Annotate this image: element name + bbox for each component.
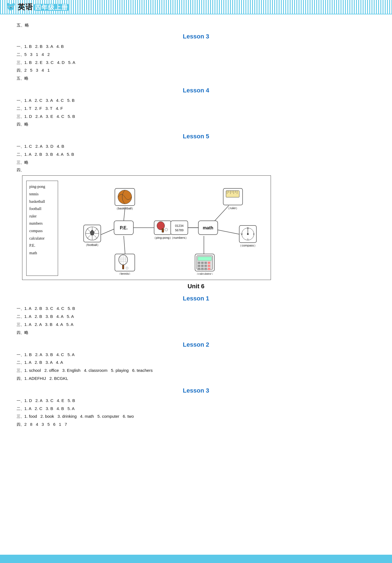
answer-line: 一、 1. C 2. A 3. D 4. B [17,143,375,150]
calculator-caption: （calculator） [195,272,214,275]
answer-line: 三、 1. school 2. office 3. English 4. cla… [17,367,375,374]
svg-rect-78 [201,268,204,270]
answer-line: 四、 略 [17,329,375,336]
svg-rect-72 [208,262,210,264]
svg-rect-79 [205,268,207,270]
tennis-caption: （tennis） [118,272,132,275]
lesson-title-5: Lesson 5 [17,133,375,140]
word-item: tennis [29,191,55,198]
svg-point-1 [7,3,9,6]
svg-point-8 [10,7,11,8]
svg-rect-74 [201,265,204,267]
answer-line: 一、 1. A 2. B 3. C 4. C 5. B [17,305,375,312]
svg-line-12 [124,236,125,254]
word-item: P.E. [29,242,55,250]
ruler-caption: （ruler） [227,206,239,210]
answer-line: 二、 1. A 2. B 3. A 4. A [17,359,375,366]
football-caption: （football） [84,243,100,247]
diagram-container: ping-pong tennis basketball football rul… [22,175,271,280]
answer-line: 一、 1. B 2. B 3. A 4. B [17,43,375,50]
answer-line: 三、 略 [17,159,375,166]
pingpong-caption: （ping-pong） [153,236,173,239]
answer-line: 二、 5 3 1 4 2 [17,51,375,58]
answer-line: 五、 略 [17,75,375,82]
answer-line: 一、 1. A 2. C 3. A 4. C 5. B [17,97,375,104]
answer-line: 四、 2 8 4 3 5 6 1 7 [17,421,375,428]
svg-rect-56 [115,254,135,271]
main-content: 五、略 Lesson 3 一、 1. B 2. B 3. A 4. B 二、 5… [0,14,392,440]
svg-line-11 [101,229,114,235]
footer-bar [0,555,392,563]
word-item: calculator [29,235,55,242]
svg-rect-68 [198,257,212,261]
svg-rect-76 [208,265,210,267]
answer-line: 二、 1. A 2. B 3. B 4. A 5. A [17,313,375,320]
answer-line: 三、 1. B 2. E 3. C 4. D 5. A [17,59,375,66]
bear-icon [6,2,16,12]
svg-text:W: W [241,233,243,235]
answer-line: 一、 1. D 2. A 3. C 4. E 5. B [17,397,375,404]
svg-point-7 [10,7,12,9]
basketball-caption: （basketball） [115,207,135,210]
word-item: ruler [29,213,55,220]
word-item: numbers [29,220,55,227]
svg-point-6 [12,6,13,7]
lesson-title-u6-1: Lesson 1 [17,295,375,302]
svg-rect-77 [198,268,200,270]
answer-line: 四、 2 5 3 4 1 [17,67,375,74]
word-item: ping-pong [29,183,55,191]
answer-line: 三、 1. food 2. book 3. drinking 4. math 5… [17,413,375,420]
section-note-1: 五、略 [17,23,375,28]
lesson-title-3: Lesson 3 [17,33,375,40]
word-item: basketball [29,198,55,206]
answer-line: 二、 1. A 2. C 3. B 4. B 5. A [17,405,375,412]
svg-point-37 [165,228,168,231]
svg-point-2 [12,3,15,6]
lesson-title-u6-2: Lesson 2 [17,341,375,348]
numbers-display-2: 56789 [175,229,184,232]
compass-caption: （compass） [239,244,257,247]
svg-text:N: N [247,227,249,229]
math-label: math [203,225,213,230]
answer-line: 四、 略 [17,121,375,128]
header-title: 英语四年级上册 [18,2,70,12]
answer-line-four: 四、 [17,167,375,173]
svg-point-9 [11,7,12,8]
answer-line: 二、 1. T 2. F 3. T 4. F [17,105,375,112]
svg-rect-73 [198,265,200,267]
word-list: ping-pong tennis basketball football rul… [26,181,58,276]
diagram-svg: P.E. math （basketball） [58,181,267,275]
svg-rect-80 [208,268,210,270]
svg-text:E: E [253,233,255,235]
answer-line: 三、 1. D 2. A 3. E 4. C 5. B [17,113,375,120]
numbers-display-1: 01234 [175,224,184,227]
answer-line: 四、 1. ADEFHIJ 2. BCGKL [17,375,375,382]
word-item: football [29,205,55,213]
svg-rect-40 [226,191,239,197]
svg-rect-38 [171,221,188,235]
svg-rect-69 [198,262,200,264]
svg-point-65 [126,267,128,269]
svg-rect-75 [205,265,207,267]
word-item: compass [29,227,55,235]
answer-line: 三、 1. A 2. A 3. B 4. A 5. A [17,321,375,328]
answer-line: 一、 1. B 2. A 3. B 4. C 5. A [17,351,375,358]
svg-point-5 [9,6,10,7]
word-item: math [29,250,55,257]
diagram-area: P.E. math （basketball） [58,181,267,276]
svg-rect-71 [205,262,207,264]
svg-rect-36 [162,229,164,232]
unit-title-6: Unit 6 [17,283,375,290]
svg-text:S: S [247,238,249,241]
pe-label: P.E. [120,225,127,230]
page-header: 英语四年级上册 [0,0,392,14]
svg-rect-70 [201,262,204,264]
lesson-title-u6-3: Lesson 3 [17,387,375,394]
svg-rect-64 [122,265,124,269]
lesson-title-4: Lesson 4 [17,87,375,94]
answer-line: 二、 1. A 2. B 3. B 4. A 5. B [17,151,375,158]
numbers-caption: （numbers） [170,236,188,239]
